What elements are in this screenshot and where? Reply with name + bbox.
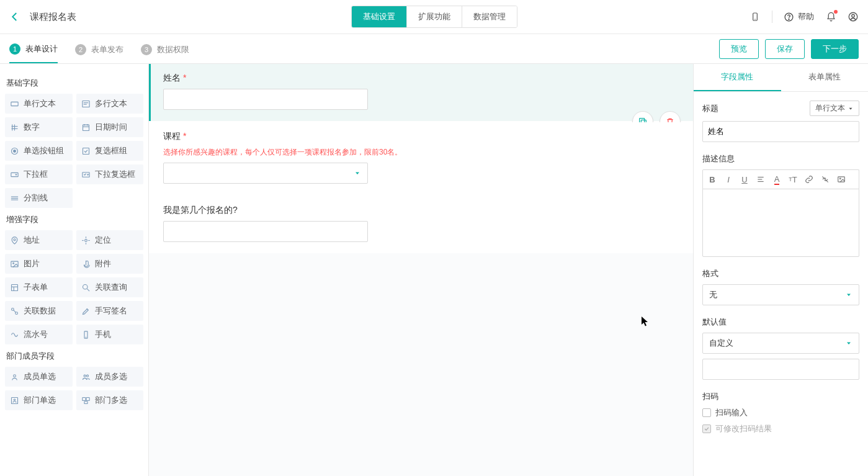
field-description: 选择你所感兴趣的课程，每个人仅可选择一项课程报名参加，限前30名。 xyxy=(163,147,681,158)
description-editor[interactable] xyxy=(702,189,859,257)
svg-point-26 xyxy=(14,238,16,240)
group-basic-title: 基础字段 xyxy=(6,78,143,89)
input-order[interactable] xyxy=(163,221,368,242)
svg-point-33 xyxy=(13,263,14,264)
field-number[interactable]: 数字 xyxy=(5,117,73,137)
checkbox-icon xyxy=(702,424,711,433)
tab-basic-settings[interactable]: 基础设置 xyxy=(352,6,407,27)
title-input[interactable] xyxy=(702,121,859,142)
svg-rect-14 xyxy=(83,125,89,130)
help-link[interactable]: 帮助 xyxy=(784,11,814,22)
prop-scan-label: 扫码 xyxy=(702,391,718,402)
svg-marker-55 xyxy=(356,173,359,175)
group-enhanced-title: 增强字段 xyxy=(6,214,143,225)
form-canvas[interactable]: 姓名* 课程* 选择你所感兴趣的课程，每个人仅可选择一项课程报名参加，限前30名… xyxy=(149,64,693,476)
svg-point-62 xyxy=(839,178,841,179)
field-relation-query[interactable]: 关联查询 xyxy=(76,277,144,297)
checkbox-icon xyxy=(702,408,711,417)
field-palette: 基础字段 单行文本 多行文本 数字 日期时间 单选按钮组 复选框组 下拉框 下拉… xyxy=(0,64,149,476)
field-checkbox-group[interactable]: 复选框组 xyxy=(76,141,144,161)
form-field-order[interactable]: 我是第几个报名的? xyxy=(149,196,693,253)
input-name[interactable] xyxy=(163,89,368,110)
field-single-text[interactable]: 单行文本 xyxy=(5,94,73,114)
tab-field-props[interactable]: 字段属性 xyxy=(694,64,781,91)
italic-icon[interactable]: I xyxy=(723,174,734,185)
svg-rect-50 xyxy=(82,397,85,400)
form-field-name[interactable]: 姓名* xyxy=(149,64,693,121)
scan-input-checkbox[interactable]: 扫码输入 xyxy=(702,407,859,418)
field-member-multi[interactable]: 成员多选 xyxy=(76,367,144,387)
align-icon[interactable] xyxy=(755,174,766,185)
field-address[interactable]: 地址 xyxy=(5,230,73,250)
default-select[interactable]: 自定义 xyxy=(702,333,859,354)
notifications-icon[interactable] xyxy=(825,11,836,22)
step-form-design[interactable]: 1 表单设计 xyxy=(9,43,58,63)
image-icon[interactable] xyxy=(836,174,847,185)
tab-form-props[interactable]: 表单属性 xyxy=(781,64,869,91)
svg-rect-7 xyxy=(82,101,89,107)
color-icon[interactable]: A xyxy=(771,174,782,185)
field-multi-text[interactable]: 多行文本 xyxy=(76,94,144,114)
prop-default-label: 默认值 xyxy=(702,317,727,328)
user-avatar-icon[interactable] xyxy=(848,11,859,22)
field-type-selector[interactable]: 单行文本 xyxy=(810,101,859,116)
unlink-icon[interactable] xyxy=(820,174,831,185)
required-mark: * xyxy=(183,131,186,142)
field-image[interactable]: 图片 xyxy=(5,254,73,274)
format-select[interactable]: 无 xyxy=(702,284,859,305)
bold-icon[interactable]: B xyxy=(707,174,718,185)
field-dept-multi[interactable]: 部门多选 xyxy=(76,390,144,410)
field-serial[interactable]: 流水号 xyxy=(5,325,73,344)
field-signature[interactable]: 手写签名 xyxy=(76,301,144,321)
svg-point-4 xyxy=(849,12,857,21)
next-button[interactable]: 下一步 xyxy=(811,39,859,59)
form-field-course[interactable]: 课程* 选择你所感兴趣的课程，每个人仅可选择一项课程报名参加，限前30名。 xyxy=(149,122,693,195)
field-datetime[interactable]: 日期时间 xyxy=(76,117,144,137)
mobile-preview-icon[interactable] xyxy=(749,11,761,22)
svg-line-38 xyxy=(87,289,89,291)
select-course[interactable] xyxy=(163,163,368,184)
field-relation-data[interactable]: 关联数据 xyxy=(5,301,73,321)
scan-editable-checkbox: 可修改扫码结果 xyxy=(702,423,859,434)
rte-toolbar: B I U A TT xyxy=(702,169,859,189)
field-phone[interactable]: 手机 xyxy=(76,325,144,344)
svg-point-37 xyxy=(83,284,87,289)
chevron-down-icon xyxy=(848,106,854,112)
svg-rect-6 xyxy=(11,102,18,106)
tab-extended[interactable]: 扩展功能 xyxy=(407,6,462,27)
svg-point-49 xyxy=(14,399,16,401)
field-location[interactable]: 定位 xyxy=(76,230,144,250)
default-value-input[interactable] xyxy=(702,359,859,380)
save-button[interactable]: 保存 xyxy=(765,39,805,59)
svg-point-27 xyxy=(84,239,87,241)
top-tabs: 基础设置 扩展功能 数据管理 xyxy=(351,6,517,28)
link-icon[interactable] xyxy=(803,174,815,185)
svg-rect-34 xyxy=(12,284,18,290)
step-data-permission[interactable]: 3 数据权限 xyxy=(141,43,189,63)
svg-point-3 xyxy=(789,19,789,19)
properties-panel: 字段属性 表单属性 标题 单行文本 描述信息 B I U xyxy=(693,64,868,476)
page-title: 课程报名表 xyxy=(30,11,76,23)
preview-button[interactable]: 预览 xyxy=(719,39,759,59)
back-button[interactable] xyxy=(9,11,20,22)
field-dept-single[interactable]: 部门单选 xyxy=(5,390,73,410)
required-mark: * xyxy=(183,73,186,84)
svg-marker-63 xyxy=(847,294,851,297)
svg-rect-21 xyxy=(11,173,18,176)
fontsize-icon[interactable]: TT xyxy=(787,174,799,185)
notification-dot xyxy=(834,10,838,14)
step-form-publish[interactable]: 2 表单发布 xyxy=(75,43,123,63)
field-multiselect[interactable]: 下拉复选框 xyxy=(76,164,144,184)
field-subform[interactable]: 子表单 xyxy=(5,277,73,297)
svg-point-19 xyxy=(14,150,16,152)
svg-point-47 xyxy=(86,375,88,377)
field-member-single[interactable]: 成员单选 xyxy=(5,367,73,387)
field-attachment[interactable]: 附件 xyxy=(76,254,144,274)
field-radio-group[interactable]: 单选按钮组 xyxy=(5,141,73,161)
field-select[interactable]: 下拉框 xyxy=(5,164,73,184)
prop-format-label: 格式 xyxy=(702,268,718,279)
field-divider[interactable]: 分割线 xyxy=(5,188,73,208)
prop-title-label: 标题 xyxy=(702,103,718,114)
underline-icon[interactable]: U xyxy=(739,174,750,185)
tab-data-mgmt[interactable]: 数据管理 xyxy=(462,6,517,27)
